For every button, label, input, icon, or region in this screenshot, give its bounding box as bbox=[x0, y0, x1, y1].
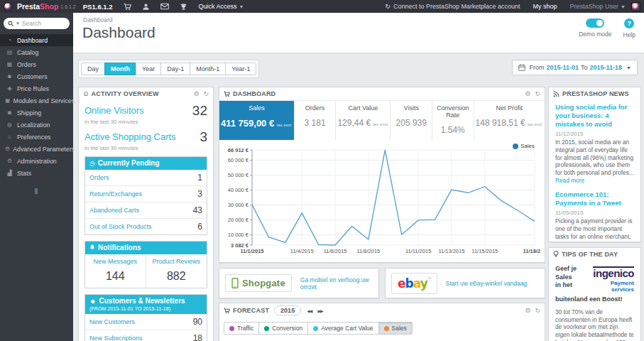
shipping-icon: ◙ bbox=[5, 109, 14, 116]
pending-abandoned-carts-row[interactable]: Abandoned Carts43 bbox=[85, 202, 207, 219]
svg-text:20 000 €: 20 000 € bbox=[228, 217, 249, 223]
svg-text:11/1/2015: 11/1/2015 bbox=[241, 248, 264, 254]
customers-newsletters-group: ☻Customers & Newsletters(FROM 2015-11-01… bbox=[84, 294, 207, 341]
advanced-parameters-icon: ⚙ bbox=[5, 146, 10, 152]
cart-icon[interactable] bbox=[124, 3, 131, 11]
forecast-panel: FORECAST 2015 ◀◀ ▶▶ ⚙ ↻ Traffic Conversi… bbox=[219, 303, 545, 341]
article-title-link[interactable]: Ecommerce 101: Payments in a Tweet bbox=[555, 190, 634, 207]
article-title-link[interactable]: Using social media for your business: 4 … bbox=[555, 103, 634, 129]
refresh-icon[interactable]: ↻ bbox=[203, 90, 209, 97]
search-input[interactable] bbox=[22, 20, 62, 27]
trophy-icon[interactable] bbox=[180, 3, 187, 11]
demo-mode-toggle[interactable] bbox=[586, 18, 604, 28]
price-rules-icon: ◈ bbox=[5, 85, 14, 92]
sync-icon: ↻ bbox=[385, 3, 391, 10]
search-icon bbox=[8, 21, 14, 27]
kpi-net-profit[interactable]: Net Profit148 918,51 € tax excl. bbox=[474, 101, 545, 140]
new-messages-cell[interactable]: New Messages 144 bbox=[85, 254, 146, 288]
new-customers-row[interactable]: New Customers90 bbox=[85, 314, 207, 330]
collapse-menu-button[interactable]: ‖ bbox=[0, 188, 73, 195]
prestashop-logo[interactable] bbox=[4, 2, 13, 11]
kpi-conversion-rate[interactable]: Conversion Rate1.54% bbox=[432, 101, 474, 140]
filter-year-button[interactable]: Year bbox=[136, 63, 161, 75]
product-reviews-cell[interactable]: Product Reviews 882 bbox=[146, 254, 207, 288]
sidebar-item-dashboard[interactable]: ◔Dashboard bbox=[0, 34, 73, 46]
kpi-visits[interactable]: Visits205 939 bbox=[391, 101, 432, 140]
active-carts-metric: Active Shopping Carts 3 bbox=[84, 130, 207, 144]
quick-access-menu[interactable]: Quick Access▼ bbox=[199, 3, 244, 10]
gear-icon[interactable]: ⚙ bbox=[525, 90, 530, 97]
tab-conversion[interactable]: Conversion bbox=[258, 322, 308, 335]
gear-icon[interactable]: ⚙ bbox=[525, 307, 530, 314]
kpi-cart-value[interactable]: Cart Value129,44 € tax excl. bbox=[336, 101, 391, 140]
active-carts-link[interactable]: Active Shopping Carts bbox=[84, 131, 176, 142]
online-visitors-link[interactable]: Online Visitors bbox=[84, 105, 144, 116]
user-menu[interactable]: PrestaShop User▼ bbox=[570, 3, 626, 10]
date-to: 2015-11-18 bbox=[590, 64, 623, 71]
user-avatar[interactable] bbox=[631, 2, 640, 11]
orders-icon: ▦ bbox=[5, 61, 14, 67]
kpi-orders[interactable]: Orders3 181 bbox=[295, 101, 337, 140]
sidebar-item-price-rules[interactable]: ◈Price Rules bbox=[0, 82, 73, 94]
svg-text:11/11/2015: 11/11/2015 bbox=[405, 248, 431, 254]
legend-dot-sales bbox=[513, 144, 518, 149]
sidebar-item-shipping[interactable]: ◙Shipping bbox=[0, 107, 73, 119]
ebay-logo: ebay™ bbox=[391, 273, 437, 294]
pending-returns-row[interactable]: Return/Exchanges3 bbox=[85, 186, 207, 202]
average-cart-value-dot-icon bbox=[313, 326, 318, 331]
sidebar-item-orders[interactable]: ▦Orders bbox=[0, 58, 73, 70]
tab-sales[interactable]: Sales bbox=[378, 322, 413, 335]
tab-average-cart-value[interactable]: Average Cart Value bbox=[307, 322, 378, 335]
date-filter-group: Day Month Year Day-1 Month-1 Year-1 bbox=[78, 60, 259, 78]
sidebar-item-preferences[interactable]: ☼Preferences bbox=[0, 131, 73, 143]
employees-icon[interactable] bbox=[142, 3, 150, 11]
shopgate-link[interactable]: Ga mobiel en verhoog uw omzet bbox=[300, 276, 373, 291]
user-icon: ☻ bbox=[89, 298, 96, 305]
currently-pending-group: ◷Currently Pending Orders1 Return/Exchan… bbox=[84, 156, 207, 235]
date-range-picker[interactable]: From 2015-11-01 To 2015-11-18 ▼ bbox=[512, 60, 638, 75]
forecast-year: 2015 bbox=[274, 305, 301, 315]
chart-legend[interactable]: Sales bbox=[513, 143, 535, 149]
kpi-sales[interactable]: Sales411 759,00 € tax excl. bbox=[219, 101, 295, 140]
modules-icon: ▣ bbox=[5, 97, 11, 104]
sidebar-item-catalog[interactable]: ▤Catalog bbox=[0, 46, 73, 58]
sidebar-search[interactable]: ▼ bbox=[4, 18, 70, 29]
my-shop-link[interactable]: My shop bbox=[533, 3, 557, 10]
refresh-icon[interactable]: ↻ bbox=[535, 90, 540, 97]
sidebar-item-customers[interactable]: ☻Customers bbox=[0, 70, 73, 82]
sidebar-item-localization[interactable]: ◍Localization bbox=[0, 119, 73, 131]
sidebar-item-modules[interactable]: ▣Modules and Services bbox=[0, 94, 73, 107]
chevron-down-icon[interactable]: ▼ bbox=[16, 21, 20, 26]
sidebar-item-administration[interactable]: ⚙Administration bbox=[0, 155, 73, 167]
pending-orders-row[interactable]: Orders1 bbox=[85, 170, 207, 186]
ebay-module: ebay™ Start uw eBay-winkel vandaag bbox=[385, 268, 545, 298]
tab-traffic[interactable]: Traffic bbox=[224, 322, 259, 335]
filter-day-1-button[interactable]: Day-1 bbox=[160, 63, 190, 75]
sales-line-chart-svg: 66 912 €60 000 €50 000 €40 000 €30 000 €… bbox=[219, 141, 540, 261]
filter-month-1-button[interactable]: Month-1 bbox=[190, 63, 226, 75]
preferences-icon: ☼ bbox=[5, 134, 14, 140]
sidebar-item-stats[interactable]: ▟Stats bbox=[0, 167, 73, 179]
help-button[interactable]: ? bbox=[624, 18, 634, 28]
filter-day-button[interactable]: Day bbox=[81, 63, 105, 75]
tips-of-the-day-panel: TIPS OF THE DAY ingenico Paymentservices… bbox=[548, 247, 641, 341]
messages-icon[interactable] bbox=[160, 3, 169, 10]
refresh-icon[interactable]: ↻ bbox=[535, 307, 540, 314]
marketplace-link[interactable]: ↻Connect to PrestaShop Marketplace accou… bbox=[385, 3, 520, 10]
online-visitors-value: 32 bbox=[192, 104, 207, 117]
read-more-link[interactable]: Read more bbox=[555, 177, 584, 184]
brand-name: PrestaShop bbox=[17, 2, 58, 11]
ebay-link[interactable]: Start uw eBay-winkel vandaag bbox=[446, 280, 527, 287]
gear-icon[interactable]: ⚙ bbox=[193, 90, 199, 97]
next-year-button[interactable]: ▶▶ bbox=[317, 308, 322, 313]
calendar-icon bbox=[518, 64, 525, 71]
previous-year-button[interactable]: ◀◀ bbox=[307, 308, 312, 313]
svg-text:50 000 €: 50 000 € bbox=[228, 172, 249, 178]
svg-text:11/6/2015: 11/6/2015 bbox=[324, 248, 347, 254]
pending-out-of-stock-row[interactable]: Out of Stock Products6 bbox=[85, 219, 207, 234]
sidebar-item-advanced-parameters[interactable]: ⚙Advanced Parameters bbox=[0, 143, 73, 155]
sales-dot-icon bbox=[384, 326, 389, 331]
filter-year-1-button[interactable]: Year-1 bbox=[225, 63, 256, 75]
filter-month-button[interactable]: Month bbox=[104, 63, 136, 75]
new-subscriptions-row[interactable]: New Subscriptions18 bbox=[85, 330, 207, 341]
